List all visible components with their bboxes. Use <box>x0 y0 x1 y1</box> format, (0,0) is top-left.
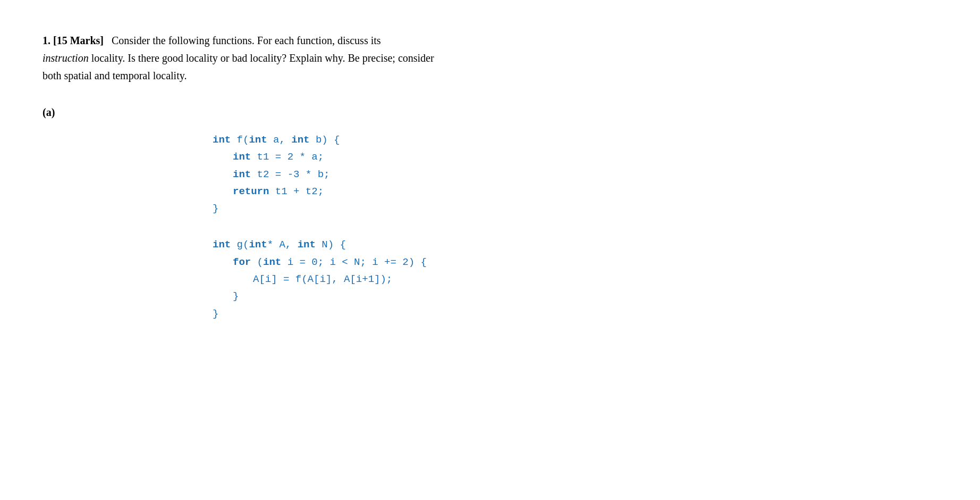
exercise-header: 1. [15 Marks] Consider the following fun… <box>43 32 935 85</box>
f-line1: int f(int a, int b) { <box>213 131 935 148</box>
kw-return: return <box>233 186 269 197</box>
f-line3: int t2 = -3 * b; <box>233 166 935 183</box>
exercise-intro-p1: 1. [15 Marks] Consider the following fun… <box>43 32 935 49</box>
exercise-intro-p3: both spatial and temporal locality. <box>43 67 935 85</box>
kw-int-f2: int <box>249 134 267 146</box>
exercise-number: 1. <box>43 35 50 46</box>
exercise-marks: [15 Marks] <box>53 35 104 46</box>
exercise-intro-p2: instruction locality. Is there good loca… <box>43 49 935 67</box>
kw-int-f1: int <box>213 134 231 146</box>
kw-int-g2: int <box>249 239 267 251</box>
g-line2: for (int i = 0; i < N; i += 2) { <box>233 254 935 271</box>
exercise-intro-line1: Consider the following functions. For ea… <box>112 35 381 46</box>
kw-int-g3: int <box>298 239 316 251</box>
exercise-italic-word: instruction <box>43 52 89 64</box>
g-line1: int g(int* A, int N) { <box>213 236 935 253</box>
kw-int-g1: int <box>213 239 231 251</box>
f-line2: int t1 = 2 * a; <box>233 148 935 165</box>
kw-int-t1: int <box>233 151 251 163</box>
function-g: int g(int* A, int N) { for (int i = 0; i… <box>213 236 935 322</box>
exercise-container: 1. [15 Marks] Consider the following fun… <box>43 32 935 322</box>
kw-int-t2: int <box>233 169 251 180</box>
g-line5: } <box>213 305 935 322</box>
g-line3: A[i] = f(A[i], A[i+1]); <box>253 271 935 288</box>
exercise-intro-line2: locality. Is there good locality or bad … <box>91 52 434 64</box>
part-a-label: (a) <box>43 104 935 121</box>
f-line4: return t1 + t2; <box>233 183 935 200</box>
g-line4: } <box>233 288 935 305</box>
kw-int-i: int <box>263 256 281 268</box>
function-f: int f(int a, int b) { int t1 = 2 * a; in… <box>213 131 935 217</box>
code-block-f: int f(int a, int b) { int t1 = 2 * a; in… <box>213 131 935 322</box>
f-line5: } <box>213 200 935 217</box>
kw-int-f3: int <box>291 134 309 146</box>
kw-for: for <box>233 256 251 268</box>
